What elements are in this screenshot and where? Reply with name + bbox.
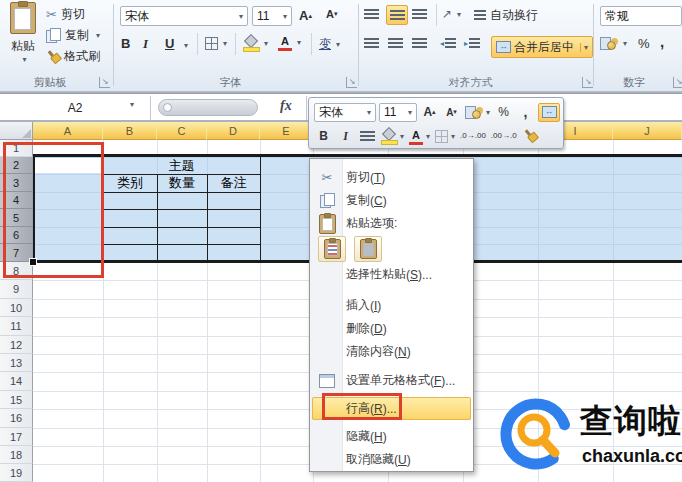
align-right-button[interactable] (412, 38, 427, 49)
copy-button[interactable]: 复制 ▾ (46, 27, 100, 44)
menu-item-paste-options[interactable]: 粘贴选项: (310, 212, 473, 235)
mini-shrink-font-button[interactable]: A▾ (442, 103, 461, 122)
name-box-dropdown-icon[interactable]: ▾ (130, 100, 134, 109)
menu-item-cut[interactable]: ✂剪切(T) (310, 166, 473, 189)
select-all-corner[interactable] (0, 122, 33, 140)
mini-decrease-decimal-button[interactable]: .00→.0 (490, 127, 518, 146)
underline-button[interactable]: U (165, 36, 174, 51)
row-header-15[interactable]: 15 (0, 391, 33, 409)
paste-button[interactable]: 粘贴 ▾ (6, 2, 40, 64)
fill-color-button[interactable]: ▾ (243, 36, 268, 50)
align-center-button[interactable] (388, 38, 403, 49)
bottom-align-button[interactable] (412, 9, 427, 20)
format-painter-button[interactable]: 格式刷 (46, 48, 100, 65)
mini-italic-button[interactable]: I (336, 127, 355, 146)
mini-merge-center-button[interactable]: ↔ (538, 103, 560, 122)
mini-font-name-combo[interactable]: 宋体▾ (314, 103, 376, 122)
orientation-button[interactable]: ↗▾ (442, 7, 461, 21)
increase-indent-button[interactable]: ▸ (464, 38, 480, 49)
chevron-down-icon[interactable]: ▾ (623, 39, 627, 48)
accounting-format-button[interactable]: ▾ (600, 36, 627, 50)
cell-D3[interactable]: 备注 (207, 174, 260, 192)
mini-fill-color-button[interactable]: ▾ (380, 127, 405, 146)
row-header-9[interactable]: 9 (0, 280, 33, 299)
mini-increase-decimal-button[interactable]: .0→.00 (459, 127, 487, 146)
chevron-down-icon[interactable]: ▾ (457, 10, 461, 19)
chevron-down-icon[interactable]: ▾ (451, 132, 455, 141)
mini-accounting-button[interactable]: ▾ (464, 103, 491, 122)
column-header-A[interactable]: A (33, 122, 103, 140)
font-dialog-launcher-icon[interactable]: ↘ (346, 77, 357, 88)
row-header-12[interactable]: 12 (0, 336, 33, 354)
row-header-18[interactable]: 18 (0, 446, 33, 464)
row-header-16[interactable]: 16 (0, 409, 33, 428)
chevron-down-icon[interactable]: ▾ (264, 39, 268, 48)
top-align-button[interactable] (364, 9, 379, 20)
menu-item-clear-contents[interactable]: 清除内容(N) (310, 340, 473, 363)
alignment-dialog-launcher-icon[interactable]: ↘ (582, 77, 593, 88)
grow-font-button[interactable]: A▴ (299, 8, 312, 23)
row-header-19[interactable]: 19 (0, 464, 33, 482)
menu-item-paste-buttons[interactable] (310, 235, 473, 263)
percent-style-button[interactable]: % (638, 36, 650, 51)
italic-button[interactable]: I (143, 36, 148, 52)
font-color-button[interactable]: A▾ (278, 36, 301, 49)
chevron-down-icon[interactable]: ▾ (486, 108, 490, 117)
align-left-button[interactable] (364, 38, 379, 49)
bold-button[interactable]: B (121, 36, 130, 51)
paste-option-button-1[interactable] (318, 236, 346, 262)
column-header-C[interactable]: C (157, 122, 207, 140)
chevron-down-icon[interactable]: ▾ (223, 39, 227, 48)
number-format-combo[interactable]: 常规 (600, 6, 682, 26)
menu-item-paste-special[interactable]: 选择性粘贴(S)... (310, 263, 473, 286)
clipboard-dialog-launcher-icon[interactable]: ↘ (99, 77, 110, 88)
mini-grow-font-button[interactable]: A▴ (420, 103, 439, 122)
shrink-font-button[interactable]: A▾ (326, 8, 337, 20)
merge-center-button[interactable]: ↔ 合并后居中 ▾ (491, 36, 593, 58)
mini-format-painter-button[interactable] (521, 127, 540, 146)
mini-font-color-button[interactable]: A▾ (408, 127, 431, 146)
phonetic-guide-button[interactable]: 变 ▾ (319, 36, 340, 53)
chevron-down-icon[interactable]: ▾ (400, 132, 404, 141)
mini-font-size-combo[interactable]: 11▾ (379, 103, 417, 122)
menu-item-unhide[interactable]: 取消隐藏(U) (310, 448, 473, 471)
row-header-11[interactable]: 11 (0, 317, 33, 336)
middle-align-button[interactable] (386, 5, 408, 25)
cell-B2-title[interactable]: 主题 (103, 157, 260, 174)
row-header-10[interactable]: 10 (0, 299, 33, 317)
mini-bold-button[interactable]: B (314, 127, 333, 146)
chevron-down-icon[interactable]: ▾ (580, 43, 588, 52)
chevron-down-icon[interactable]: ▾ (297, 38, 301, 47)
comma-style-button[interactable]: , (660, 33, 664, 50)
chevron-down-icon[interactable]: ▾ (283, 12, 287, 21)
column-header-D[interactable]: D (207, 122, 260, 140)
menu-item-insert[interactable]: 插入(I) (310, 294, 473, 317)
cut-button[interactable]: ✂ 剪切 (46, 6, 85, 23)
mini-borders-button[interactable]: ▾ (434, 127, 456, 146)
name-box[interactable]: A2 (0, 96, 151, 120)
row-header-14[interactable]: 14 (0, 372, 33, 391)
decrease-indent-button[interactable]: ◂ (440, 38, 456, 49)
wrap-text-button[interactable]: 自动换行 (474, 7, 538, 24)
paste-dropdown-icon[interactable]: ▾ (9, 55, 40, 64)
insert-function-button[interactable]: fx (280, 98, 292, 114)
paste-option-button-2[interactable] (354, 236, 382, 262)
row-header-13[interactable]: 13 (0, 354, 33, 372)
row-header-17[interactable]: 17 (0, 428, 33, 446)
chevron-down-icon[interactable]: ▾ (367, 108, 371, 117)
chevron-down-icon[interactable]: ▾ (408, 108, 412, 117)
cell-B3[interactable]: 类别 (103, 174, 157, 192)
mini-comma-button[interactable]: , (516, 103, 535, 122)
formula-bar-splitter[interactable] (158, 99, 258, 116)
borders-button[interactable]: ▾ (205, 37, 227, 50)
menu-item-copy[interactable]: 复制(C) (310, 189, 473, 212)
chevron-down-icon[interactable]: ▾ (239, 12, 243, 21)
chevron-down-icon[interactable]: ▾ (426, 132, 430, 141)
mini-center-button[interactable] (358, 127, 377, 146)
column-header-E[interactable]: E (260, 122, 313, 140)
column-header-J[interactable]: J (613, 122, 682, 140)
number-dialog-launcher-icon[interactable]: ↘ (673, 77, 682, 88)
cell-C3[interactable]: 数量 (157, 174, 207, 192)
menu-item-delete[interactable]: 删除(D) (310, 317, 473, 340)
column-header-B[interactable]: B (103, 122, 157, 140)
